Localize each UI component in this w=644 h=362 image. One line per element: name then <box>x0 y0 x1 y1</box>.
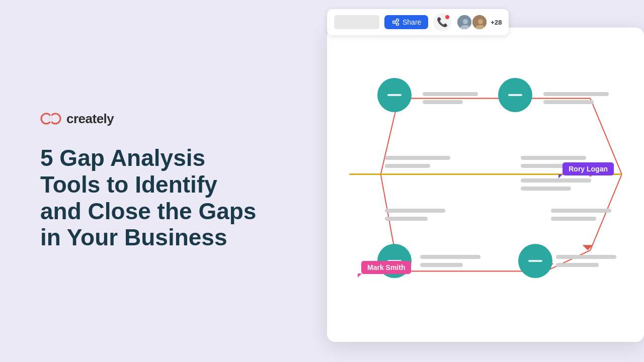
node-top-left[interactable] <box>377 78 412 112</box>
diagram-svg <box>327 28 644 342</box>
content-line <box>543 100 594 104</box>
logo: creately <box>40 111 262 127</box>
right-panel: Share 📞 +28 <box>312 0 644 362</box>
toolbar: Share 📞 +28 <box>327 9 509 35</box>
toolbar-search-bar[interactable] <box>334 15 379 29</box>
content-line <box>556 255 616 259</box>
content-line <box>385 156 450 160</box>
content-line <box>521 164 566 168</box>
content-line <box>551 217 596 221</box>
phone-button[interactable]: 📞 <box>433 13 451 31</box>
content-line <box>521 187 571 191</box>
creately-logo-icon <box>40 112 61 126</box>
avatar-1 <box>456 14 472 30</box>
svg-point-8 <box>463 19 468 24</box>
content-line <box>521 178 591 183</box>
rory-name: Rory Logan <box>569 165 608 173</box>
node-top-right[interactable] <box>498 78 532 112</box>
content-line <box>551 209 611 213</box>
svg-point-2 <box>393 21 395 24</box>
mark-name: Mark Smith <box>367 263 405 272</box>
content-line <box>556 263 599 267</box>
svg-line-6 <box>395 23 396 24</box>
svg-point-4 <box>396 23 399 26</box>
svg-line-15 <box>546 250 591 272</box>
svg-point-10 <box>478 19 483 24</box>
left-panel: creately 5 Gap Analysis Tools to Identif… <box>0 81 292 282</box>
phone-active-dot <box>445 15 449 19</box>
content-line <box>423 92 478 96</box>
rory-cursor-label: Rory Logan <box>562 162 614 175</box>
content-line <box>423 100 463 104</box>
svg-line-5 <box>395 21 396 22</box>
content-line <box>385 164 430 168</box>
content-line <box>521 156 586 160</box>
avatar-2 <box>471 14 488 30</box>
logo-text: creately <box>66 111 114 127</box>
content-line <box>420 263 463 267</box>
svg-point-3 <box>396 19 399 22</box>
avatar-count: +28 <box>491 19 502 26</box>
content-line <box>385 209 445 213</box>
share-icon <box>391 18 399 26</box>
diagram-card: Rory Logan Mark Smith <box>327 28 644 342</box>
share-label: Share <box>403 18 421 26</box>
share-button[interactable]: Share <box>384 15 428 29</box>
content-line <box>420 255 480 259</box>
node-bottom-right[interactable] <box>518 244 552 278</box>
content-line <box>543 92 609 96</box>
mark-cursor-label: Mark Smith <box>361 261 411 274</box>
avatars-group[interactable]: +28 <box>456 14 502 30</box>
content-line <box>385 217 428 221</box>
headline: 5 Gap Analysis Tools to Identify and Clo… <box>40 145 262 251</box>
